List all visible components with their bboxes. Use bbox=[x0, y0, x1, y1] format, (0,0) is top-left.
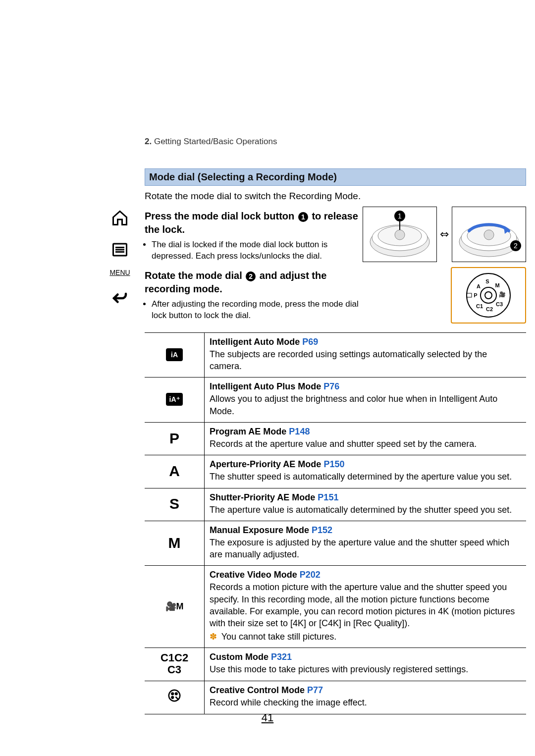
figure-dial-face: P A S M 🎥 C3 C2 C1 bbox=[451, 267, 526, 324]
mode-row: AAperture-Priority AE Mode P150The shutt… bbox=[145, 455, 526, 488]
mode-row: iA⁺Intelligent Auto Plus Mode P76Allows … bbox=[145, 378, 526, 423]
page-ref-link[interactable]: P69 bbox=[302, 337, 318, 347]
mode-description-cell: Custom Mode P321Use this mode to take pi… bbox=[205, 648, 527, 681]
intro-text: Rotate the mode dial to switch the Recor… bbox=[145, 191, 526, 202]
breadcrumb-text: Getting Started/Basic Operations bbox=[154, 137, 277, 146]
svg-point-20 bbox=[485, 292, 492, 299]
page-ref-link[interactable]: P150 bbox=[323, 459, 344, 469]
mode-desc: Records at the aperture value and shutte… bbox=[210, 438, 521, 450]
svg-text:P: P bbox=[474, 292, 477, 298]
mode-row: 🎥MCreative Video Mode P202Records a moti… bbox=[145, 566, 526, 648]
manual-page: MENU 2. Getting Started/Basic Operations… bbox=[0, 0, 535, 756]
page-ref-link[interactable]: P202 bbox=[300, 570, 321, 580]
mode-icon: C1C2C3 bbox=[145, 648, 205, 681]
svg-text:2: 2 bbox=[514, 242, 518, 250]
mode-table: iAIntelligent Auto Mode P69The subjects … bbox=[145, 332, 526, 714]
page-ref-link[interactable]: P76 bbox=[323, 381, 339, 391]
svg-point-14 bbox=[484, 230, 494, 240]
svg-point-32 bbox=[175, 693, 177, 695]
mode-title: Creative Control Mode bbox=[210, 685, 307, 695]
mode-desc: The exposure is adjusted by the aperture… bbox=[210, 537, 521, 561]
mode-desc: Records a motion picture with the apertu… bbox=[210, 581, 521, 629]
page-ref-link[interactable]: P77 bbox=[307, 685, 323, 695]
mode-row: C1C2C3Custom Mode P321Use this mode to t… bbox=[145, 648, 526, 681]
mode-row: Creative Control Mode P77Record while ch… bbox=[145, 681, 526, 714]
mode-description-cell: Program AE Mode P148Records at the apert… bbox=[205, 422, 527, 455]
mode-description-cell: Creative Video Mode P202Records a motion… bbox=[205, 566, 527, 648]
mode-row: PProgram AE Mode P148Records at the aper… bbox=[145, 422, 526, 455]
mode-title: Program AE Mode bbox=[210, 427, 289, 436]
mode-icon: S bbox=[145, 488, 205, 521]
mode-icon: A bbox=[145, 455, 205, 488]
figure-dial-rotate: 2 bbox=[452, 207, 526, 262]
mode-description-cell: Intelligent Auto Plus Mode P76Allows you… bbox=[205, 378, 527, 423]
page-ref-link[interactable]: P152 bbox=[312, 525, 332, 535]
figure-group: 1 ⇔ 2 bbox=[368, 207, 526, 328]
mode-icon: M bbox=[145, 521, 205, 566]
mode-icon: P bbox=[145, 422, 205, 455]
step2-title: Rotate the mode dial 2 and adjust the re… bbox=[145, 269, 362, 296]
mode-description-cell: Manual Exposure Mode P152The exposure is… bbox=[205, 521, 527, 566]
mode-desc: The subjects are recorded using settings… bbox=[210, 348, 521, 373]
svg-point-31 bbox=[171, 693, 173, 695]
mode-description-cell: Aperture-Priority AE Mode P150The shutte… bbox=[205, 455, 527, 488]
breadcrumb: 2. Getting Started/Basic Operations bbox=[145, 137, 277, 147]
breadcrumb-num: 2. bbox=[145, 137, 152, 146]
mode-row: MManual Exposure Mode P152The exposure i… bbox=[145, 521, 526, 566]
svg-text:🎥: 🎥 bbox=[499, 291, 506, 298]
svg-text:A: A bbox=[477, 283, 481, 289]
mode-note: ✽ You cannot take still pictures. bbox=[210, 631, 521, 643]
svg-text:S: S bbox=[485, 278, 489, 284]
svg-point-7 bbox=[395, 230, 405, 240]
home-icon[interactable] bbox=[110, 208, 130, 228]
mode-icon bbox=[145, 681, 205, 714]
mode-desc: Record while checking the image effect. bbox=[210, 697, 521, 708]
step1-pre: Press the mode dial lock button bbox=[145, 211, 297, 221]
mode-description-cell: Creative Control Mode P77Record while ch… bbox=[205, 681, 527, 714]
double-arrow-icon: ⇔ bbox=[440, 228, 449, 241]
mode-row: iAIntelligent Auto Mode P69The subjects … bbox=[145, 332, 526, 378]
svg-text:C1: C1 bbox=[476, 303, 483, 309]
mode-description-cell: Shutter-Priority AE Mode P151The apertur… bbox=[205, 488, 527, 521]
mode-title: Custom Mode bbox=[210, 652, 271, 662]
step1-notes: The dial is locked if the mode dial lock… bbox=[145, 239, 362, 262]
back-icon[interactable] bbox=[110, 288, 130, 308]
mode-icon: iA bbox=[145, 332, 205, 378]
svg-text:C3: C3 bbox=[496, 301, 503, 307]
menu-label[interactable]: MENU bbox=[109, 269, 130, 276]
page-ref-link[interactable]: P151 bbox=[318, 492, 338, 502]
sidebar-nav: MENU bbox=[107, 208, 133, 308]
step2-pre: Rotate the mode dial bbox=[145, 270, 245, 281]
step1-note: The dial is locked if the mode dial lock… bbox=[152, 239, 362, 262]
mode-title: Creative Video Mode bbox=[210, 570, 300, 580]
mode-desc: The shutter speed is automatically deter… bbox=[210, 471, 521, 483]
toc-icon[interactable] bbox=[110, 240, 130, 260]
badge-2-icon: 2 bbox=[246, 271, 256, 281]
page-content: Mode dial (Selecting a Recording Mode) R… bbox=[145, 168, 526, 714]
mode-desc: Allows you to adjust the brightness and … bbox=[210, 393, 521, 417]
page-number[interactable]: 41 bbox=[0, 711, 535, 724]
mode-title: Intelligent Auto Mode bbox=[210, 337, 302, 347]
page-ref-link[interactable]: P148 bbox=[289, 427, 310, 436]
note-symbol-icon: ✽ bbox=[210, 632, 217, 642]
mode-row: SShutter-Priority AE Mode P151The apertu… bbox=[145, 488, 526, 521]
mode-title: Intelligent Auto Plus Mode bbox=[210, 381, 323, 391]
badge-1-icon: 1 bbox=[298, 212, 308, 222]
mode-title: Manual Exposure Mode bbox=[210, 525, 312, 535]
step1-title: Press the mode dial lock button 1 to rel… bbox=[145, 210, 362, 236]
figure-dial-locked: 1 bbox=[363, 207, 437, 262]
mode-desc: Use this mode to take pictures with prev… bbox=[210, 663, 521, 675]
svg-text:M: M bbox=[495, 282, 499, 288]
step2-note: After adjusting the recording mode, pres… bbox=[152, 299, 362, 322]
svg-point-33 bbox=[171, 697, 173, 699]
svg-text:C2: C2 bbox=[486, 306, 493, 312]
mode-title: Shutter-Priority AE Mode bbox=[210, 492, 318, 502]
mode-title: Aperture-Priority AE Mode bbox=[210, 459, 323, 469]
svg-text:1: 1 bbox=[398, 212, 402, 220]
mode-icon: 🎥M bbox=[145, 566, 205, 648]
page-ref-link[interactable]: P321 bbox=[271, 652, 292, 662]
step2-notes: After adjusting the recording mode, pres… bbox=[145, 299, 362, 322]
mode-description-cell: Intelligent Auto Mode P69The subjects ar… bbox=[205, 332, 527, 378]
section-heading: Mode dial (Selecting a Recording Mode) bbox=[145, 168, 526, 186]
mode-icon: iA⁺ bbox=[145, 378, 205, 423]
